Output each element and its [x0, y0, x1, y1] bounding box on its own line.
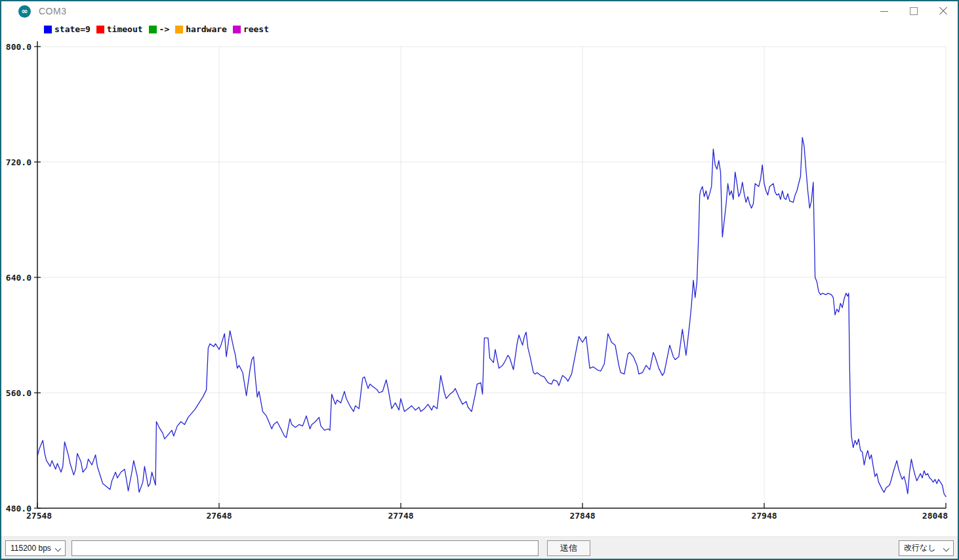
x-axis-tick-label: 27548: [26, 511, 52, 521]
close-button[interactable]: [928, 1, 958, 21]
x-axis-tick-label: 27948: [751, 511, 777, 521]
maximize-button[interactable]: [899, 1, 928, 21]
x-axis-tick-label: 27748: [388, 511, 413, 521]
y-axis-tick-label: 720.0: [6, 157, 31, 167]
arduino-logo-glyph: ∞: [22, 7, 28, 15]
y-axis-tick-label: 640.0: [6, 273, 31, 283]
baud-select-value: 115200 bps: [10, 544, 51, 553]
window-title: COM3: [39, 6, 66, 16]
close-icon: [939, 7, 948, 16]
x-axis-tick-label: 27848: [569, 511, 595, 521]
arduino-logo-icon: ∞: [18, 5, 31, 18]
minimize-icon: [880, 11, 888, 12]
line-ending-select[interactable]: 改行なし: [899, 540, 954, 556]
send-button[interactable]: 送信: [547, 540, 590, 556]
chevron-down-icon: [55, 545, 62, 551]
y-axis-tick-label: 800.0: [6, 42, 31, 52]
y-axis-tick-label: 560.0: [6, 388, 31, 398]
chart-svg: 480.0560.0640.0720.0800.0275482764827748…: [1, 21, 958, 536]
x-axis-tick-label: 28048: [922, 511, 948, 521]
message-input[interactable]: [71, 540, 539, 556]
series-line: [37, 138, 946, 497]
chevron-down-icon: [943, 545, 950, 551]
maximize-icon: [910, 7, 918, 15]
x-axis-tick-label: 27648: [206, 511, 232, 521]
serial-plotter-window: ∞ COM3 state=9timeout->hardwarereest 480…: [0, 0, 959, 560]
baud-select[interactable]: 115200 bps: [5, 540, 66, 556]
window-controls: [869, 1, 958, 21]
line-ending-value: 改行なし: [904, 542, 936, 553]
titlebar: ∞ COM3: [1, 1, 958, 21]
minimize-button[interactable]: [869, 1, 899, 21]
control-bar: 115200 bps 送信 改行なし: [1, 536, 958, 559]
plot-region: state=9timeout->hardwarereest 480.0560.0…: [1, 21, 958, 536]
